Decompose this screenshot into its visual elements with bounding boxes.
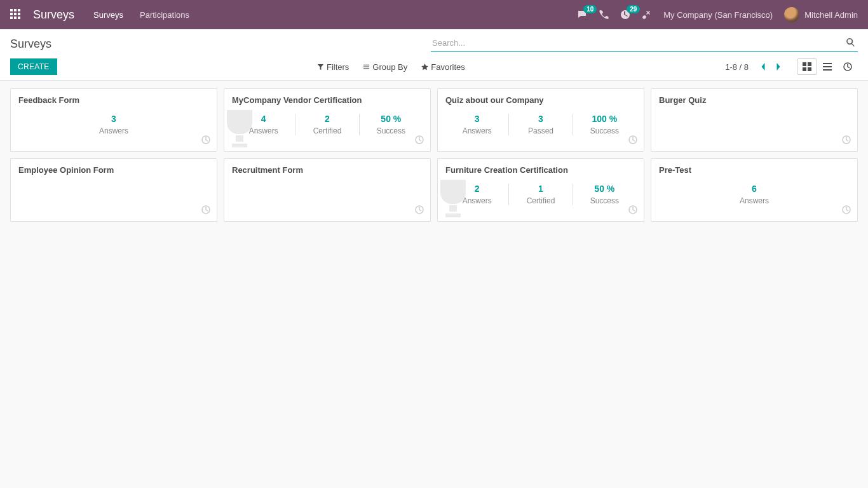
svg-rect-1	[808, 62, 811, 66]
stat-success-label: Success	[576, 196, 634, 205]
favorites-label: Favorites	[431, 62, 465, 72]
list-icon	[363, 64, 370, 71]
stat-mid-label: Passed	[512, 126, 569, 135]
top-navbar: Surveys Surveys Participations 10 29 My …	[0, 0, 868, 29]
svg-rect-4	[823, 63, 832, 64]
stat-answers-label: Answers	[659, 196, 850, 205]
groupby-button[interactable]: Group By	[363, 62, 407, 72]
kanban-card[interactable]: Employee Opinion Form	[10, 158, 217, 222]
activity-icon[interactable]	[415, 205, 424, 216]
kanban-card[interactable]: Recruitment Form	[224, 158, 431, 222]
card-title: Furniture Creation Certification	[445, 165, 636, 175]
kanban-card[interactable]: Pre-Test6Answers	[651, 158, 858, 222]
company-switcher[interactable]: My Company (San Francisco)	[663, 10, 773, 20]
search-input[interactable]	[431, 36, 843, 50]
activity-view-button[interactable]	[837, 58, 858, 75]
activity-icon[interactable]	[842, 205, 851, 216]
svg-rect-3	[808, 67, 811, 71]
stat-answers-label: Answers	[234, 126, 292, 135]
card-title: MyCompany Vendor Certification	[232, 95, 423, 105]
search-bar[interactable]	[431, 36, 858, 52]
activity-icon[interactable]	[628, 135, 637, 146]
phone-icon[interactable]	[599, 10, 609, 20]
stat-success-value: 100 %	[576, 114, 634, 124]
stat-success-value: 50 %	[362, 114, 420, 124]
nav-item-surveys[interactable]: Surveys	[93, 10, 123, 20]
user-avatar	[784, 7, 799, 22]
kanban-card[interactable]: Furniture Creation Certification2Answers…	[437, 158, 644, 222]
stat-answers-label: Answers	[448, 196, 506, 205]
kanban-card[interactable]: Feedback Form3Answers	[10, 88, 217, 152]
stat-success-label: Success	[362, 126, 420, 135]
favorites-button[interactable]: Favorites	[421, 62, 465, 72]
kanban-card[interactable]: MyCompany Vendor Certification4Answers2C…	[224, 88, 431, 152]
svg-rect-5	[823, 66, 832, 67]
chevron-left-icon	[760, 62, 766, 71]
activity-icon[interactable]	[842, 135, 851, 146]
user-name: Mitchell Admin	[804, 10, 858, 20]
clock-icon	[843, 62, 852, 71]
kanban-view-button[interactable]	[797, 58, 817, 75]
card-title: Employee Opinion Form	[18, 165, 209, 175]
activity-icon[interactable]	[415, 135, 424, 146]
chevron-right-icon	[776, 62, 782, 71]
card-title: Quiz about our Company	[445, 95, 636, 105]
star-icon	[421, 64, 428, 71]
activities-badge: 29	[627, 5, 640, 13]
svg-rect-2	[803, 67, 806, 71]
filters-label: Filters	[327, 62, 349, 72]
debug-icon[interactable]	[642, 10, 652, 20]
stat-answers-value: 4	[234, 114, 292, 124]
nav-item-participations[interactable]: Participations	[140, 10, 189, 20]
kanban-card[interactable]: Burger Quiz	[651, 88, 858, 152]
stat-mid-label: Certified	[298, 126, 356, 135]
kanban-icon	[803, 62, 811, 71]
control-panel: Surveys CREATE Filters Group By Favorite…	[0, 29, 868, 81]
kanban-card[interactable]: Quiz about our Company3Answers3Passed100…	[437, 88, 644, 152]
search-icon[interactable]	[843, 36, 858, 50]
card-title: Recruitment Form	[232, 165, 423, 175]
pager-prev-button[interactable]	[756, 60, 770, 74]
messages-badge: 10	[583, 5, 597, 13]
filter-icon	[317, 64, 324, 71]
user-menu[interactable]: Mitchell Admin	[784, 7, 858, 22]
stat-answers-value: 3	[448, 114, 506, 124]
stat-mid-value: 2	[298, 114, 356, 124]
pager-next-button[interactable]	[772, 60, 785, 74]
activities-icon[interactable]: 29	[620, 10, 630, 20]
stat-answers-label: Answers	[18, 126, 209, 135]
apps-menu-icon[interactable]	[10, 9, 22, 20]
kanban-container: Feedback Form3AnswersMyCompany Vendor Ce…	[0, 81, 868, 229]
activity-icon[interactable]	[628, 205, 637, 216]
filters-button[interactable]: Filters	[317, 62, 349, 72]
svg-rect-0	[803, 62, 806, 66]
stat-mid-label: Certified	[512, 196, 569, 205]
stat-answers-value: 6	[659, 184, 850, 194]
stat-success-value: 50 %	[576, 184, 634, 194]
pager-text[interactable]: 1-8 / 8	[725, 62, 749, 72]
stat-answers-value: 2	[448, 184, 506, 194]
card-title: Feedback Form	[18, 95, 209, 105]
app-brand[interactable]: Surveys	[33, 8, 74, 22]
groupby-label: Group By	[372, 62, 407, 72]
stat-mid-value: 1	[512, 184, 569, 194]
activity-icon[interactable]	[201, 135, 210, 146]
stat-answers-value: 3	[18, 114, 209, 124]
stat-answers-label: Answers	[448, 126, 506, 135]
breadcrumb: Surveys	[10, 37, 51, 51]
activity-icon[interactable]	[201, 205, 210, 216]
card-title: Burger Quiz	[659, 95, 850, 105]
svg-rect-6	[823, 69, 832, 71]
stat-success-label: Success	[576, 126, 634, 135]
nav-menu: Surveys Participations	[93, 10, 189, 20]
list-view-button[interactable]	[817, 58, 837, 75]
stat-mid-value: 3	[512, 114, 569, 124]
list-view-icon	[823, 62, 832, 71]
messaging-icon[interactable]: 10	[577, 10, 587, 20]
card-title: Pre-Test	[659, 165, 850, 175]
create-button[interactable]: CREATE	[10, 58, 57, 75]
